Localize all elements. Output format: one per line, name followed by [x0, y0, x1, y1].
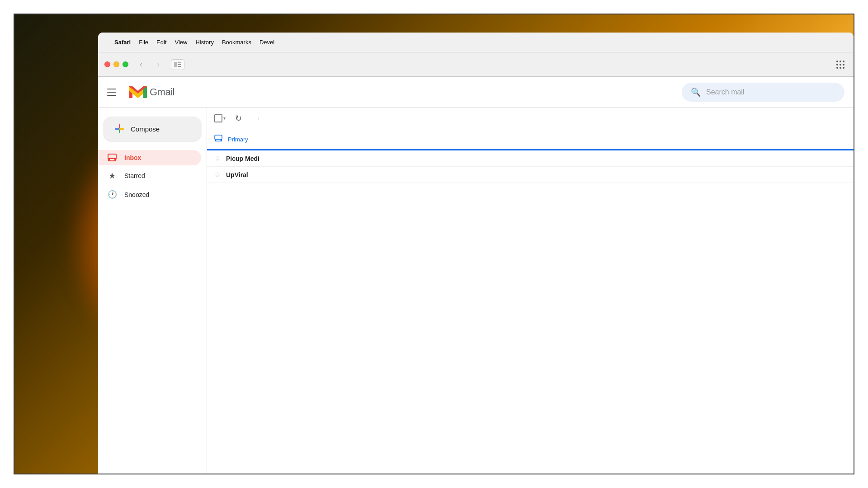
- primary-tab-label: Primary: [228, 136, 248, 143]
- traffic-lights: [104, 61, 128, 67]
- forward-button[interactable]: ›: [152, 58, 165, 71]
- search-bar[interactable]: 🔍 Search mail: [682, 83, 844, 102]
- screen-inner: Safari File Edit View History Bookmarks …: [98, 33, 854, 474]
- forward-icon: ›: [157, 60, 160, 69]
- checkbox-icon: [214, 114, 222, 122]
- search-icon: 🔍: [691, 87, 701, 97]
- svg-rect-2: [178, 64, 181, 65]
- laptop-screen: Safari File Edit View History Bookmarks …: [98, 33, 854, 474]
- sidebar-toggle-icon: [174, 62, 181, 67]
- gmail-logo: Gmail: [128, 85, 175, 99]
- menu-develop[interactable]: Devel: [259, 39, 274, 46]
- sidebar-item-inbox[interactable]: Inbox: [98, 150, 201, 165]
- menu-history[interactable]: History: [195, 39, 213, 46]
- back-button[interactable]: ‹: [135, 58, 147, 71]
- hamburger-icon: [107, 95, 116, 96]
- primary-tab-icon: [214, 135, 222, 144]
- gmail-app-title: Gmail: [150, 86, 175, 98]
- svg-rect-1: [178, 62, 181, 63]
- refresh-button[interactable]: ↻: [230, 110, 246, 127]
- compose-label: Compose: [131, 125, 160, 133]
- svg-rect-14: [216, 140, 221, 141]
- inbox-label: Inbox: [124, 154, 141, 161]
- menu-safari[interactable]: Safari: [114, 39, 131, 46]
- back-icon: ‹: [140, 60, 142, 69]
- sidebar-item-snoozed[interactable]: 🕐 Snoozed: [98, 186, 201, 203]
- clock-icon: 🕐: [107, 190, 117, 199]
- mac-menubar: Safari File Edit View History Bookmarks …: [98, 33, 854, 52]
- menu-edit[interactable]: Edit: [156, 39, 166, 46]
- compose-button[interactable]: Compose: [104, 117, 201, 141]
- inbox-icon: [107, 154, 117, 162]
- hamburger-icon: [107, 89, 116, 89]
- star-toggle-icon[interactable]: ☆: [214, 170, 221, 179]
- primary-tab[interactable]: Primary: [207, 129, 854, 150]
- hamburger-menu-button[interactable]: [107, 84, 123, 100]
- outer-frame: Safari File Edit View History Bookmarks …: [14, 14, 854, 474]
- minimize-window-button[interactable]: [113, 61, 119, 67]
- search-placeholder-text: Search mail: [706, 88, 744, 96]
- close-window-button[interactable]: [104, 61, 110, 67]
- checkbox-dropdown-icon: ▾: [223, 116, 226, 121]
- maximize-window-button[interactable]: [123, 61, 128, 67]
- menu-bookmarks[interactable]: Bookmarks: [222, 39, 251, 46]
- sidebar-item-starred[interactable]: ★ Starred: [98, 167, 201, 184]
- starred-label: Starred: [124, 172, 145, 179]
- gmail-header: Gmail 🔍 Search mail: [98, 77, 854, 108]
- safari-toolbar: ‹ ›: [98, 52, 854, 77]
- more-options-icon: ⋮: [258, 117, 261, 120]
- email-list-toolbar: ▾ ↻ ⋮: [207, 108, 854, 129]
- grid-dots-icon: [836, 61, 844, 69]
- star-toggle-icon[interactable]: ☆: [214, 154, 221, 163]
- svg-rect-3: [178, 66, 181, 67]
- sender-name: UpViral: [226, 171, 285, 178]
- star-icon: ★: [107, 171, 117, 181]
- refresh-icon: ↻: [235, 113, 242, 123]
- email-row[interactable]: ☆ UpViral: [207, 167, 854, 183]
- hamburger-icon: [107, 92, 116, 93]
- email-list-area: ▾ ↻ ⋮: [207, 108, 854, 474]
- menu-file[interactable]: File: [139, 39, 148, 46]
- snoozed-label: Snoozed: [124, 191, 149, 198]
- gmail-area: Gmail 🔍 Search mail: [98, 77, 854, 474]
- select-all-checkbox[interactable]: ▾: [214, 114, 226, 122]
- gmail-body: Compose Inbox: [98, 108, 854, 474]
- svg-rect-11: [110, 159, 114, 160]
- app-grid-button[interactable]: [834, 58, 847, 71]
- sender-name: Picup Medi: [226, 155, 285, 162]
- menu-view[interactable]: View: [175, 39, 188, 46]
- gmail-m-icon: [128, 85, 148, 99]
- gmail-sidebar: Compose Inbox: [98, 108, 207, 474]
- sidebar-toggle-button[interactable]: [171, 59, 184, 70]
- more-options-button[interactable]: ⋮: [251, 110, 267, 127]
- svg-rect-0: [174, 62, 177, 67]
- email-row[interactable]: ☆ Picup Medi: [207, 150, 854, 167]
